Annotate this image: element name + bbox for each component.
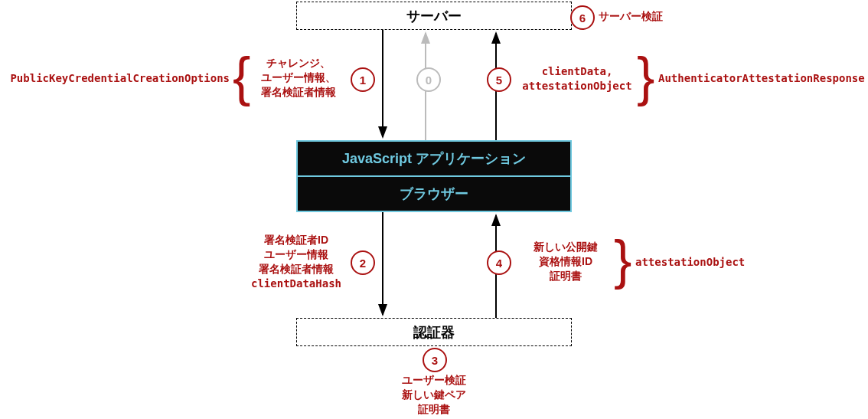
node-server-label: サーバー xyxy=(406,7,462,25)
step-4-code-label: attestationObject xyxy=(635,255,745,270)
step-4-label: 新しい公開鍵 資格情報ID 証明書 xyxy=(519,240,612,283)
step-1-code-label: PublicKeyCredentialCreationOptions xyxy=(0,71,230,86)
step-5-code-label: AuthenticatorAttestationResponse xyxy=(658,71,865,86)
step-6-badge: 6 xyxy=(570,5,595,30)
step-1-badge: 1 xyxy=(351,67,375,92)
node-js-app: JavaScript アプリケーション xyxy=(296,140,572,177)
step-3-label: ユーザー検証 新しい鍵ペア 証明書 xyxy=(387,373,481,417)
step-6-label: サーバー検証 xyxy=(599,9,663,24)
node-authenticator: 認証器 xyxy=(296,318,572,346)
node-browser-label: ブラウザー xyxy=(400,185,468,203)
brace-right-top: } xyxy=(637,46,654,107)
node-browser: ブラウザー xyxy=(296,177,572,212)
step-5-label: clientData, attestationObject xyxy=(519,64,635,93)
step-3-badge: 3 xyxy=(423,348,447,372)
step-0-badge: 0 xyxy=(416,67,441,92)
node-server: サーバー xyxy=(296,2,572,30)
step-1-label: チャレンジ、 ユーザー情報、 署名検証者情報 xyxy=(252,56,345,100)
node-js-app-label: JavaScript アプリケーション xyxy=(342,149,526,168)
node-authenticator-label: 認証器 xyxy=(413,323,455,342)
step-4-badge: 4 xyxy=(487,250,511,275)
brace-left-top: { xyxy=(233,46,250,107)
step-2-badge: 2 xyxy=(351,250,375,275)
step-5-badge: 5 xyxy=(487,67,511,92)
step-2-label: 署名検証者ID ユーザー情報 署名検証者情報 clientDataHash xyxy=(246,233,346,291)
brace-right-mid: } xyxy=(614,229,631,290)
